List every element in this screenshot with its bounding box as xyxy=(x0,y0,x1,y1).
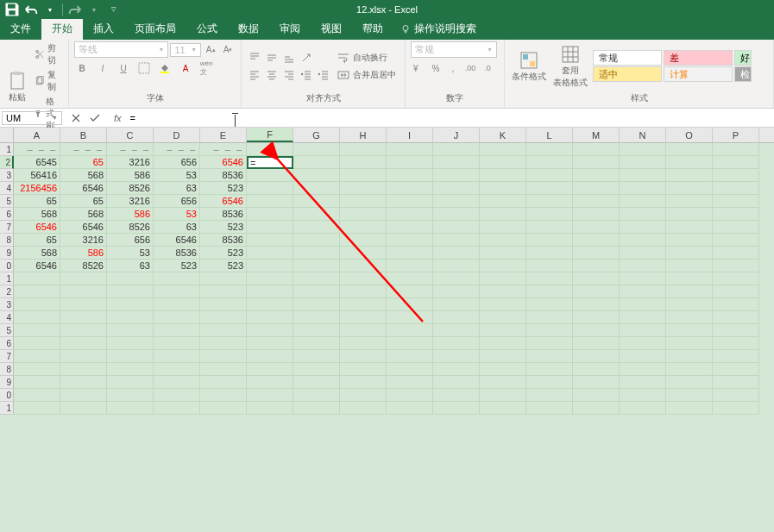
cell[interactable] xyxy=(526,337,573,350)
cell[interactable] xyxy=(526,195,573,208)
cell[interactable] xyxy=(480,272,526,285)
style-neutral[interactable]: 适中 xyxy=(593,66,662,82)
cell[interactable] xyxy=(387,311,433,324)
cell[interactable]: 8526 xyxy=(107,182,154,195)
cell[interactable] xyxy=(154,298,200,311)
cell[interactable] xyxy=(666,182,713,195)
cell[interactable]: 65 xyxy=(60,195,107,208)
cell[interactable] xyxy=(293,260,340,272)
cell[interactable] xyxy=(387,208,433,221)
cell[interactable] xyxy=(107,402,154,415)
row-header[interactable]: 3 xyxy=(0,298,14,311)
cell[interactable] xyxy=(340,324,387,337)
row-header[interactable]: 0 xyxy=(0,260,14,272)
row-header[interactable]: 3 xyxy=(0,169,14,182)
cell[interactable] xyxy=(666,324,713,337)
cell[interactable] xyxy=(713,376,759,389)
cell[interactable] xyxy=(526,208,573,221)
row-header[interactable]: 7 xyxy=(0,221,14,234)
cell[interactable] xyxy=(293,337,340,350)
cell[interactable] xyxy=(340,247,387,260)
row-header[interactable]: 1 xyxy=(0,402,14,415)
cell[interactable] xyxy=(340,337,387,350)
cell[interactable] xyxy=(107,337,154,350)
cell[interactable] xyxy=(247,195,293,208)
spreadsheet-grid[interactable]: ABCDEFGHIJKLMNOP 1– – –– – –– – –– – –– … xyxy=(0,128,774,532)
undo-button[interactable] xyxy=(22,2,40,17)
cell[interactable] xyxy=(666,208,713,221)
cell[interactable]: 3216 xyxy=(107,156,154,169)
cell[interactable]: – – – xyxy=(154,143,200,156)
copy-button[interactable]: 复制 xyxy=(33,68,63,94)
cell[interactable] xyxy=(293,324,340,337)
cell[interactable] xyxy=(387,337,433,350)
cell[interactable] xyxy=(387,234,433,247)
cell[interactable] xyxy=(666,195,713,208)
cell[interactable] xyxy=(154,363,200,376)
bold-button[interactable]: B xyxy=(74,61,90,75)
fx-label[interactable]: fx xyxy=(109,113,127,123)
cell[interactable] xyxy=(293,376,340,389)
cell[interactable] xyxy=(387,182,433,195)
cell[interactable] xyxy=(480,363,526,376)
cell[interactable] xyxy=(713,195,759,208)
cell[interactable] xyxy=(293,169,340,182)
cell[interactable] xyxy=(60,402,107,415)
cell[interactable] xyxy=(713,221,759,234)
cell[interactable] xyxy=(573,311,620,324)
cell[interactable] xyxy=(293,389,340,402)
cell[interactable] xyxy=(293,247,340,260)
cell[interactable] xyxy=(526,143,573,156)
cell[interactable] xyxy=(200,389,247,402)
border-button[interactable] xyxy=(136,61,152,75)
cell[interactable]: – – – xyxy=(200,143,247,156)
cell[interactable] xyxy=(620,182,666,195)
cell[interactable] xyxy=(620,208,666,221)
cell[interactable] xyxy=(713,234,759,247)
paste-button[interactable]: 粘贴 xyxy=(5,69,29,105)
cell[interactable] xyxy=(480,389,526,402)
cell[interactable] xyxy=(247,247,293,260)
cell[interactable] xyxy=(433,169,480,182)
cell[interactable]: 656 xyxy=(107,234,154,247)
cell[interactable] xyxy=(620,221,666,234)
align-middle-button[interactable] xyxy=(264,51,280,65)
tab-file[interactable]: 文件 xyxy=(0,18,41,40)
cell[interactable] xyxy=(713,208,759,221)
cell[interactable] xyxy=(247,285,293,298)
cell[interactable] xyxy=(293,208,340,221)
cell[interactable] xyxy=(666,298,713,311)
col-header-D[interactable]: D xyxy=(154,128,200,142)
cell[interactable] xyxy=(480,182,526,195)
cell[interactable] xyxy=(14,363,60,376)
cell[interactable] xyxy=(293,234,340,247)
redo-button[interactable] xyxy=(66,2,84,17)
cell[interactable] xyxy=(713,169,759,182)
cell[interactable] xyxy=(433,182,480,195)
cell[interactable]: 8526 xyxy=(60,260,107,272)
cell[interactable]: 63 xyxy=(154,221,200,234)
cell[interactable] xyxy=(433,389,480,402)
cell[interactable] xyxy=(247,143,293,156)
cell[interactable]: 53 xyxy=(154,208,200,221)
cell[interactable]: 6546 xyxy=(14,260,60,272)
cell[interactable] xyxy=(666,143,713,156)
cell[interactable] xyxy=(247,182,293,195)
cell[interactable] xyxy=(154,285,200,298)
cell[interactable]: 65 xyxy=(14,234,60,247)
cell[interactable] xyxy=(200,285,247,298)
wrap-text-button[interactable]: 自动换行 xyxy=(335,50,398,66)
cell[interactable] xyxy=(480,234,526,247)
cell[interactable] xyxy=(433,260,480,272)
cell[interactable] xyxy=(713,350,759,363)
cell[interactable] xyxy=(293,285,340,298)
cell[interactable] xyxy=(154,389,200,402)
increase-decimal-button[interactable]: .00 xyxy=(463,61,478,75)
cell[interactable] xyxy=(480,195,526,208)
cell[interactable] xyxy=(526,156,573,169)
cell[interactable]: 8536 xyxy=(154,247,200,260)
cell[interactable] xyxy=(666,221,713,234)
cell[interactable] xyxy=(480,260,526,272)
cell[interactable]: 6545 xyxy=(14,156,60,169)
cell[interactable] xyxy=(433,195,480,208)
